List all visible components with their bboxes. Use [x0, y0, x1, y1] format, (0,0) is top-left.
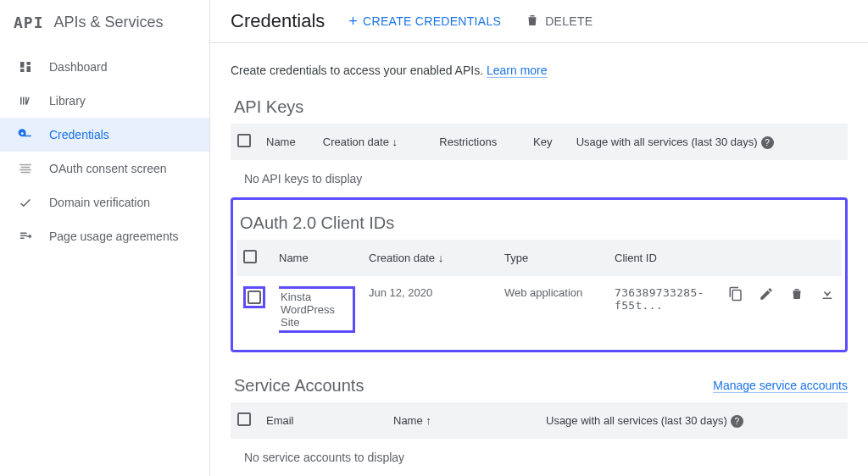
empty-row: No API keys to display	[231, 160, 848, 197]
sidebar-item-label: Domain verification	[49, 196, 150, 209]
select-all-checkbox[interactable]	[243, 250, 257, 263]
sidebar-item-label: Dashboard	[49, 60, 108, 74]
table-row[interactable]: Kinsta WordPress Site Jun 12, 2020 Web a…	[236, 276, 842, 343]
sidebar-item-page-usage[interactable]: Page usage agreements	[0, 219, 209, 253]
api-keys-table: Name Creation date ↓ Restrictions Key Us…	[231, 124, 848, 197]
create-credentials-label: CREATE CREDENTIALS	[363, 14, 501, 28]
copy-icon[interactable]	[728, 286, 743, 304]
select-all-checkbox[interactable]	[237, 134, 251, 147]
content: Create credentials to access your enable…	[210, 43, 868, 476]
arrow-down-icon: ↓	[435, 252, 443, 264]
manage-service-accounts-link[interactable]: Manage service accounts	[713, 379, 848, 393]
help-icon[interactable]: ?	[761, 136, 774, 149]
brand-title: APIs & Services	[54, 14, 164, 31]
col-creation[interactable]: Creation date ↓	[316, 124, 432, 160]
download-icon[interactable]	[820, 286, 835, 304]
oauth-section: OAuth 2.0 Client IDs Name Creation date …	[231, 197, 848, 352]
sidebar-item-label: Library	[49, 94, 86, 108]
col-name[interactable]: Name ↑	[387, 402, 539, 439]
sidebar-item-credentials[interactable]: Credentials	[0, 118, 209, 152]
col-restrictions[interactable]: Restrictions	[432, 124, 526, 160]
arrow-up-icon: ↑	[423, 414, 431, 427]
agreements-icon	[17, 228, 34, 245]
table-header-row: Name Creation date ↓ Type Client ID	[236, 240, 842, 276]
service-accounts-section: Service Accounts Manage service accounts…	[231, 376, 848, 476]
api-keys-section: API Keys Name Creation date ↓ Restrictio…	[231, 97, 848, 197]
helper-text: Create credentials to access your enable…	[231, 64, 848, 77]
oauth-row-creation: Jun 12, 2020	[362, 276, 498, 343]
delete-label: DELETE	[545, 14, 593, 28]
plus-icon: +	[348, 13, 358, 30]
key-icon	[17, 126, 34, 143]
oauth-title: OAuth 2.0 Client IDs	[240, 213, 842, 233]
helper-text-span: Create credentials to access your enable…	[231, 64, 487, 77]
delete-icon[interactable]	[789, 286, 804, 304]
col-usage[interactable]: Usage with all services (last 30 days)?	[570, 124, 848, 160]
oauth-row-type: Web application	[498, 276, 608, 343]
delete-button[interactable]: DELETE	[525, 13, 593, 30]
sidebar-item-oauth-consent[interactable]: OAuth consent screen	[0, 152, 209, 185]
api-keys-title: API Keys	[234, 97, 848, 117]
oauth-row-name: Kinsta WordPress Site	[281, 291, 335, 329]
dashboard-icon	[17, 58, 34, 75]
empty-message: No service accounts to display	[231, 439, 848, 476]
col-type[interactable]: Type	[498, 240, 608, 276]
oauth-table: Name Creation date ↓ Type Client ID Kins…	[236, 240, 842, 343]
topbar: Credentials + CREATE CREDENTIALS DELETE	[210, 0, 868, 43]
library-icon	[17, 92, 34, 109]
col-creation[interactable]: Creation date ↓	[362, 240, 498, 276]
sidebar-item-dashboard[interactable]: Dashboard	[0, 50, 209, 84]
edit-icon[interactable]	[759, 286, 774, 304]
table-header-row: Name Creation date ↓ Restrictions Key Us…	[231, 124, 848, 160]
col-key[interactable]: Key	[526, 124, 570, 160]
trash-icon	[525, 13, 540, 30]
logo-icon: API	[14, 14, 44, 31]
sidebar-item-library[interactable]: Library	[0, 84, 209, 118]
arrow-down-icon: ↓	[389, 136, 398, 148]
sidebar-item-domain-verification[interactable]: Domain verification	[0, 185, 209, 219]
table-header-row: Email Name ↑ Usage with all services (la…	[231, 402, 848, 439]
main: Credentials + CREATE CREDENTIALS DELETE …	[210, 0, 868, 476]
sidebar-item-label: Credentials	[49, 128, 109, 141]
help-icon[interactable]: ?	[731, 415, 743, 428]
col-client-id[interactable]: Client ID	[608, 240, 715, 276]
create-credentials-button[interactable]: + CREATE CREDENTIALS	[348, 13, 501, 30]
select-all-checkbox[interactable]	[237, 412, 251, 426]
row-checkbox[interactable]	[248, 291, 261, 304]
col-name[interactable]: Name	[272, 240, 362, 276]
row-actions	[721, 286, 835, 304]
check-icon	[17, 194, 34, 211]
sidebar-item-label: Page usage agreements	[49, 230, 179, 243]
service-accounts-title: Service Accounts	[234, 376, 364, 396]
page-title: Credentials	[231, 10, 325, 32]
service-accounts-table: Email Name ↑ Usage with all services (la…	[231, 402, 848, 476]
oauth-row-client-id: 736389733285-f55t...	[608, 276, 715, 343]
col-usage[interactable]: Usage with all services (last 30 days)?	[539, 402, 848, 439]
nav: Dashboard Library Credentials OAuth cons…	[0, 42, 209, 253]
sidebar: API APIs & Services Dashboard Library Cr…	[0, 0, 210, 476]
empty-row: No service accounts to display	[231, 439, 848, 476]
brand-header: API APIs & Services	[0, 3, 209, 42]
col-email[interactable]: Email	[259, 402, 387, 439]
col-name[interactable]: Name	[259, 124, 316, 160]
learn-more-link[interactable]: Learn more	[487, 64, 548, 78]
sidebar-item-label: OAuth consent screen	[49, 162, 167, 175]
consent-icon	[17, 160, 34, 177]
empty-message: No API keys to display	[231, 160, 848, 197]
